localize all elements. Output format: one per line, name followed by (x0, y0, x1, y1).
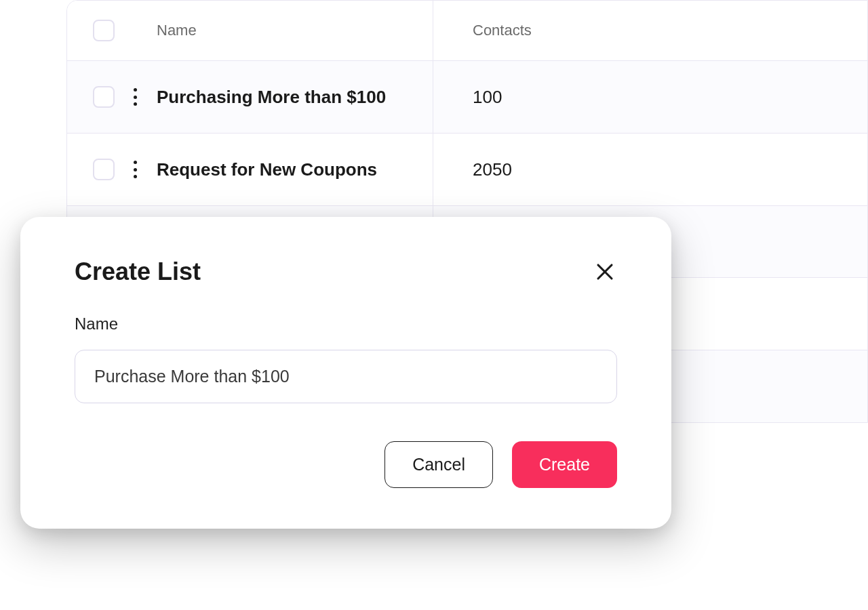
modal-title: Create List (75, 258, 201, 286)
row-contacts: 100 (473, 87, 502, 108)
row-name: Request for New Coupons (157, 159, 377, 180)
table-row[interactable]: Purchasing More than $100 100 (67, 61, 867, 134)
select-all-checkbox[interactable] (93, 20, 115, 41)
row-name: Purchasing More than $100 (157, 87, 386, 108)
row-checkbox[interactable] (93, 86, 115, 108)
create-list-modal: Create List Name Cancel Create (20, 217, 671, 529)
more-vertical-icon[interactable] (134, 161, 138, 178)
table-header-row: Name Contacts (67, 1, 867, 61)
column-header-contacts: Contacts (473, 22, 532, 39)
name-input[interactable] (75, 350, 617, 403)
more-vertical-icon[interactable] (134, 88, 138, 106)
close-icon (595, 262, 615, 282)
name-field-label: Name (75, 314, 617, 333)
cancel-button[interactable]: Cancel (384, 441, 493, 488)
close-button[interactable] (593, 260, 617, 284)
table-row[interactable]: Request for New Coupons 2050 (67, 134, 867, 206)
row-checkbox[interactable] (93, 159, 115, 180)
create-button[interactable]: Create (512, 441, 617, 488)
column-header-name: Name (157, 22, 197, 39)
row-contacts: 2050 (473, 159, 512, 180)
